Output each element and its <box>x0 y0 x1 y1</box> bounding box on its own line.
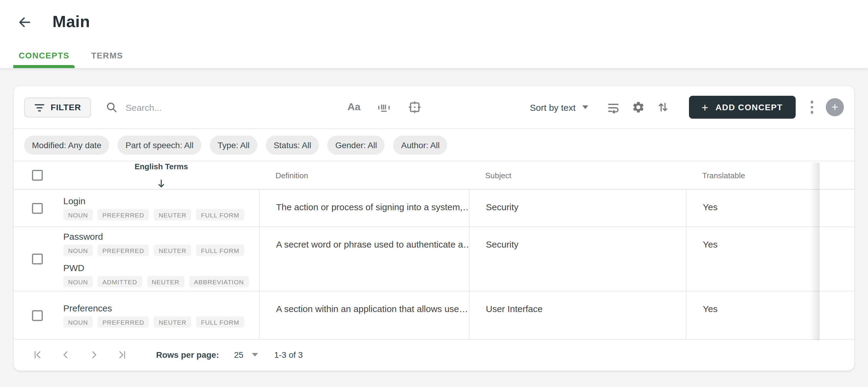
center-target-icon[interactable] <box>407 100 422 115</box>
term-name: PWD <box>63 262 259 272</box>
column-header-subject[interactable]: Subject <box>469 161 686 189</box>
row-checkbox-cell <box>14 292 63 339</box>
last-page-icon[interactable] <box>116 348 129 361</box>
column-header-terms[interactable]: English Terms <box>63 161 259 189</box>
tab-concepts[interactable]: CONCEPTS <box>13 51 75 68</box>
select-all-checkbox[interactable] <box>32 170 43 181</box>
app-header: Main CONCEPTS TERMS <box>0 0 868 68</box>
chip-modified[interactable]: Modified: Any date <box>24 135 109 155</box>
add-concept-button[interactable]: + ADD CONCEPT <box>689 96 795 119</box>
pagination-range: 1-3 of 3 <box>274 350 303 360</box>
translatable-cell: Yes <box>686 227 820 291</box>
kebab-menu-icon[interactable] <box>807 98 817 116</box>
gear-icon[interactable] <box>632 101 645 114</box>
badge-gender: NEUTER <box>147 276 184 287</box>
chip-status[interactable]: Status: All <box>266 135 319 155</box>
pagination-bar: Rows per page: 25 1-3 of 3 <box>14 340 854 370</box>
concepts-card: FILTER Aa <box>14 86 854 370</box>
add-circle-button[interactable]: + <box>826 98 844 116</box>
header-checkbox-cell <box>14 161 63 189</box>
subject-cell: User Interface <box>469 292 686 339</box>
filter-lines-icon <box>34 103 44 112</box>
table-row[interactable]: Preferences NOUN PREFERRED NEUTER FULL F… <box>14 292 854 340</box>
filter-button-label: FILTER <box>51 102 81 112</box>
definition-cell: The action or process of signing into a … <box>259 190 469 226</box>
chevron-down-icon <box>582 105 588 109</box>
chip-part-of-speech[interactable]: Part of speech: All <box>118 135 201 155</box>
badge-pos: NOUN <box>63 209 93 221</box>
row-checkbox-cell <box>14 227 63 291</box>
column-header-definition[interactable]: Definition <box>259 161 469 189</box>
badge-pos: NOUN <box>63 244 93 256</box>
badge-type: FULL FORM <box>196 244 244 256</box>
wrap-text-icon[interactable] <box>607 100 620 114</box>
definition-cell: A secret word or phrase used to authenti… <box>259 227 469 291</box>
badge-gender: NEUTER <box>154 209 191 221</box>
translatable-cell: Yes <box>686 292 820 339</box>
translatable-cell: Yes <box>686 190 820 226</box>
chip-type[interactable]: Type: All <box>210 135 257 155</box>
sort-arrows-icon[interactable] <box>656 101 670 114</box>
row-checkbox[interactable] <box>32 203 43 214</box>
terms-cell: Login NOUN PREFERRED NEUTER FULL FORM <box>63 190 259 226</box>
page-title: Main <box>53 13 90 31</box>
search-option-icons: Aa <box>347 100 422 115</box>
term-block: PWD NOUN ADMITTED NEUTER ABBREVIATION <box>63 262 259 287</box>
subject-cell: Security <box>469 190 686 226</box>
badge-type: FULL FORM <box>196 209 244 221</box>
badge-status: PREFERRED <box>98 244 149 256</box>
first-page-icon[interactable] <box>31 348 44 361</box>
sort-select[interactable]: Sort by text <box>530 102 588 112</box>
header-gutter <box>820 161 854 189</box>
match-case-icon[interactable]: Aa <box>347 101 361 113</box>
terms-cell: Preferences NOUN PREFERRED NEUTER FULL F… <box>63 292 259 339</box>
plus-icon: + <box>702 101 708 113</box>
term-badges: NOUN PREFERRED NEUTER FULL FORM <box>63 316 259 328</box>
term-badges: NOUN ADMITTED NEUTER ABBREVIATION <box>63 276 259 287</box>
prev-page-icon[interactable] <box>59 348 72 361</box>
filter-button[interactable]: FILTER <box>24 97 91 117</box>
badge-gender: NEUTER <box>154 316 191 328</box>
back-arrow-icon[interactable] <box>18 15 32 29</box>
badge-status: ADMITTED <box>98 276 142 287</box>
rows-per-page-label: Rows per page: <box>156 350 219 360</box>
rows-per-page-value[interactable]: 25 <box>234 350 244 360</box>
term-badges: NOUN PREFERRED NEUTER FULL FORM <box>63 209 259 221</box>
table-row[interactable]: Login NOUN PREFERRED NEUTER FULL FORM Th… <box>14 190 854 227</box>
definition-cell: A section within an application that all… <box>259 292 469 339</box>
term-name: Login <box>63 196 259 206</box>
table-row[interactable]: Password NOUN PREFERRED NEUTER FULL FORM… <box>14 227 854 292</box>
search-box <box>106 101 308 113</box>
term-block: Password NOUN PREFERRED NEUTER FULL FORM <box>63 231 259 256</box>
tab-bar: CONCEPTS TERMS <box>13 51 128 68</box>
row-gutter <box>820 227 854 291</box>
chip-author[interactable]: Author: All <box>393 135 447 155</box>
terms-cell: Password NOUN PREFERRED NEUTER FULL FORM… <box>63 227 259 291</box>
term-name: Preferences <box>63 303 259 313</box>
search-input[interactable] <box>126 102 276 112</box>
sort-select-label: Sort by text <box>530 102 576 112</box>
chevron-down-icon[interactable] <box>252 353 258 357</box>
badge-status: PREFERRED <box>98 209 149 221</box>
next-page-icon[interactable] <box>87 348 101 361</box>
toolbar: FILTER Aa <box>14 86 854 129</box>
table-header: English Terms Definition Subject Transla… <box>14 161 854 190</box>
tab-terms[interactable]: TERMS <box>86 51 128 68</box>
row-checkbox[interactable] <box>32 310 43 321</box>
subject-cell: Security <box>469 227 686 291</box>
barcode-icon[interactable] <box>377 100 391 115</box>
filter-chips-row: Modified: Any date Part of speech: All T… <box>14 129 854 161</box>
sort-down-arrow-icon <box>157 179 166 189</box>
badge-gender: NEUTER <box>154 244 191 256</box>
viewport: Main CONCEPTS TERMS FILTER <box>0 0 868 387</box>
add-concept-label: ADD CONCEPT <box>715 102 783 112</box>
badge-status: PREFERRED <box>98 316 149 328</box>
row-gutter <box>820 292 854 339</box>
content-area: FILTER Aa <box>0 68 868 370</box>
column-header-translatable[interactable]: Translatable <box>686 161 820 189</box>
term-name: Password <box>63 231 259 241</box>
toolbar-action-icons <box>607 100 670 114</box>
row-gutter <box>820 190 854 226</box>
row-checkbox[interactable] <box>32 254 43 264</box>
chip-gender[interactable]: Gender: All <box>327 135 385 155</box>
